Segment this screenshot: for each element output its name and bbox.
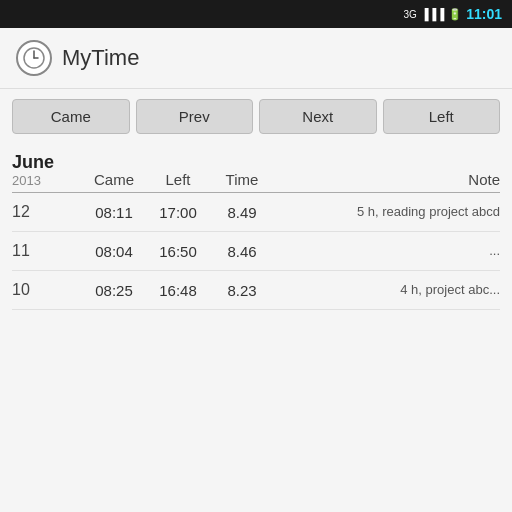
cell-date: 10 <box>12 281 82 299</box>
left-column-header: Left <box>146 171 210 188</box>
app-header: MyTime <box>0 28 512 89</box>
cell-time: 8.46 <box>210 243 274 260</box>
status-time: 11:01 <box>466 6 502 22</box>
cell-note: 5 h, reading project abcd <box>274 204 500 221</box>
app-icon <box>16 40 52 76</box>
app-container: MyTime Came Prev Next Left June 2013 Cam… <box>0 28 512 512</box>
prev-button[interactable]: Prev <box>136 99 254 134</box>
cell-came: 08:25 <box>82 282 146 299</box>
cell-time: 8.49 <box>210 204 274 221</box>
battery-icon: 🔋 <box>448 8 462 21</box>
note-column-header: Note <box>274 171 500 188</box>
came-button[interactable]: Came <box>12 99 130 134</box>
table-row[interactable]: 12 08:11 17:00 8.49 5 h, reading project… <box>12 193 500 232</box>
year-label: 2013 <box>12 173 82 188</box>
table-rows-container: 12 08:11 17:00 8.49 5 h, reading project… <box>12 193 500 310</box>
left-button[interactable]: Left <box>383 99 501 134</box>
cell-time: 8.23 <box>210 282 274 299</box>
came-column-header: Came <box>82 171 146 188</box>
table-row[interactable]: 10 08:25 16:48 8.23 4 h, project abc... <box>12 271 500 310</box>
cell-left: 16:48 <box>146 282 210 299</box>
time-table: June 2013 Came Left Time Note 12 08:11 1… <box>0 144 512 512</box>
table-header: June 2013 Came Left Time Note <box>12 144 500 193</box>
clock-svg <box>22 46 46 70</box>
phone-frame: 3G ▐▐▐ 🔋 11:01 MyTime Came Prev Next Lef… <box>0 0 512 512</box>
cell-note: 4 h, project abc... <box>274 282 500 299</box>
table-row[interactable]: 11 08:04 16:50 8.46 ... <box>12 232 500 271</box>
cell-note: ... <box>274 243 500 260</box>
next-button[interactable]: Next <box>259 99 377 134</box>
cell-left: 16:50 <box>146 243 210 260</box>
status-bar: 3G ▐▐▐ 🔋 11:01 <box>0 0 512 28</box>
cell-left: 17:00 <box>146 204 210 221</box>
month-column-header: June 2013 <box>12 152 82 188</box>
signal-icon: ▐▐▐ <box>421 8 444 20</box>
cell-date: 12 <box>12 203 82 221</box>
time-column-header: Time <box>210 171 274 188</box>
network-label: 3G <box>403 9 416 20</box>
cell-came: 08:04 <box>82 243 146 260</box>
cell-date: 11 <box>12 242 82 260</box>
month-label: June <box>12 152 82 173</box>
cell-came: 08:11 <box>82 204 146 221</box>
nav-buttons: Came Prev Next Left <box>0 89 512 144</box>
app-title: MyTime <box>62 45 139 71</box>
